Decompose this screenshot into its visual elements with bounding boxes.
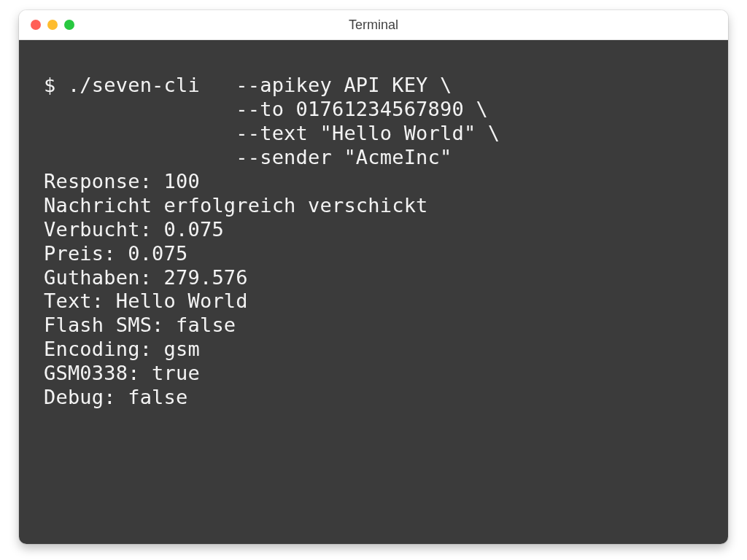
- terminal-output[interactable]: $ ./seven-cli --apikey API KEY \ --to 01…: [19, 40, 728, 544]
- titlebar: Terminal: [19, 10, 728, 40]
- window-title: Terminal: [19, 18, 728, 33]
- zoom-icon[interactable]: [64, 20, 74, 30]
- terminal-window: Terminal $ ./seven-cli --apikey API KEY …: [19, 10, 728, 544]
- minimize-icon[interactable]: [47, 20, 58, 30]
- window-controls: [31, 20, 74, 30]
- close-icon[interactable]: [31, 20, 41, 30]
